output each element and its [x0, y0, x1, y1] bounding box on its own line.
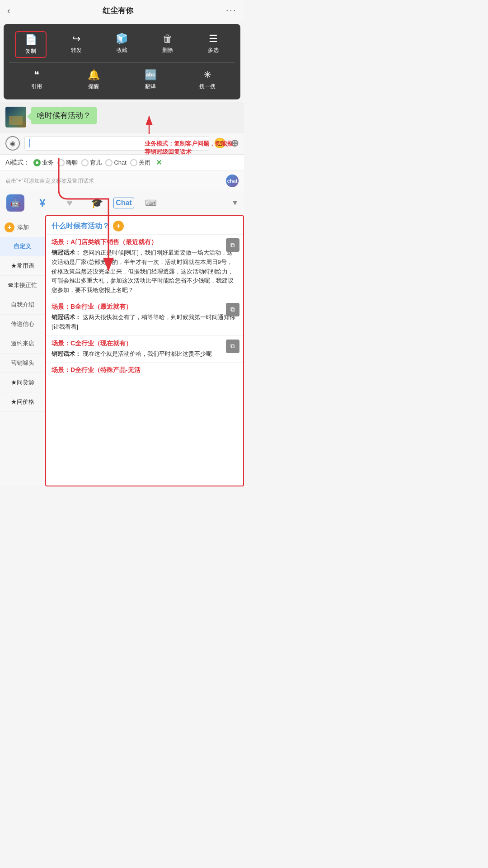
- page-title: 红尘有你: [103, 5, 133, 16]
- radio-parenting-circle: [81, 159, 89, 166]
- question-header: 什么时候有活动？ +: [46, 216, 243, 235]
- sidebar-item-intro[interactable]: 自我介绍: [0, 295, 45, 315]
- scenario-block-b: 场景：B全行业（最近就有） ⧉ 销冠话术： 这两天很快就会有了，稍等等哈，到时候…: [46, 299, 243, 336]
- context-menu-forward[interactable]: ↪ 转发: [61, 31, 92, 58]
- more-button[interactable]: ···: [226, 5, 237, 16]
- add-button[interactable]: ⊕: [230, 137, 239, 149]
- forward-icon: ↪: [72, 33, 80, 45]
- context-menu-search[interactable]: ✳ 搜一搜: [192, 67, 223, 92]
- context-menu-translate[interactable]: 🔤 翻译: [135, 67, 166, 92]
- radio-parenting[interactable]: 育儿: [81, 159, 102, 167]
- multiselect-label: 多选: [208, 47, 219, 54]
- translate-icon: 🔤: [145, 69, 157, 81]
- radio-chat2[interactable]: 嗨聊: [57, 159, 78, 167]
- scenario-c-copy-button[interactable]: ⧉: [226, 340, 239, 353]
- gradcap-toolbar-button[interactable]: 🎓: [87, 194, 107, 212]
- sidebar-item-busy[interactable]: ☎未接正忙: [0, 276, 45, 295]
- chat-bubble: 啥时候有活动？: [31, 107, 97, 124]
- multiselect-icon: ☰: [209, 33, 218, 45]
- radio-business[interactable]: 业务: [33, 159, 54, 167]
- sidebar-item-custom[interactable]: 自定义: [0, 237, 45, 256]
- radio-chat-circle: [105, 159, 113, 166]
- scenario-a-copy-button[interactable]: ⧉: [226, 238, 239, 252]
- scenario-b-title: 场景：B全行业（最近就有）: [52, 303, 238, 311]
- scenario-block-c: 场景：C全行业（现在就有） ⧉ 销冠话术： 现在这个就是活动价哈，我们平时都比这…: [46, 336, 243, 363]
- scenario-b-label: 销冠话术：: [52, 314, 81, 321]
- heart-icon: ♥: [66, 197, 72, 209]
- input-bar: ◉ 😊 ⊕: [0, 132, 244, 155]
- sidebar-item-price[interactable]: ★问价格: [0, 392, 45, 412]
- context-menu-row2: ❝ 引用 🔔 提醒 🔤 翻译 ✳ 搜一搜: [4, 65, 240, 95]
- scenario-b-copy-button[interactable]: ⧉: [226, 303, 239, 316]
- toolbar-row: 🤖 ¥ ♥ 🎓 Chat ⌨ ▼: [0, 191, 244, 215]
- forward-label: 转发: [71, 47, 82, 54]
- radio-chat[interactable]: Chat: [105, 159, 126, 166]
- sidebar-item-invite[interactable]: 邀约来店: [0, 334, 45, 354]
- scenario-block-d: 场景：D全行业（特殊产品-无活: [46, 363, 243, 380]
- radio-parenting-label: 育儿: [90, 159, 102, 167]
- context-menu-copy[interactable]: 📄 复制: [15, 31, 47, 58]
- chat-area: 啥时候有活动？ 业务模式：复制客户问题，智能推荐销冠级回复话术: [0, 102, 244, 132]
- add-question-button[interactable]: +: [113, 221, 124, 231]
- dropdown-toolbar-button[interactable]: ▼: [219, 194, 239, 212]
- radio-business-circle: [33, 159, 41, 166]
- chat-badge[interactable]: chat: [226, 175, 239, 187]
- scenario-d-title: 场景：D全行业（特殊产品-无活: [52, 366, 238, 374]
- keyboard-icon: ⌨: [145, 198, 157, 208]
- back-button[interactable]: ‹: [7, 5, 10, 16]
- copy-label: 复制: [25, 47, 36, 55]
- scenario-c-text: 现在这个就是活动价哈，我们平时都比这贵不少呢: [83, 350, 212, 357]
- context-menu-delete[interactable]: 🗑 删除: [152, 31, 183, 58]
- ai-mode-close[interactable]: ✕: [156, 158, 162, 167]
- radio-chat-label: Chat: [114, 159, 126, 166]
- context-menu-quote[interactable]: ❝ 引用: [21, 67, 52, 92]
- sidebar-item-marketing[interactable]: 营销噱头: [0, 354, 45, 373]
- scenario-block-a: 场景：A门店类线下销售（最近就有） ⧉ 销冠话术： 您问的正是时候[咧牙]，我们…: [46, 235, 243, 299]
- context-menu: 📄 复制 ↪ 转发 🧊 收藏 🗑 删除 ☰ 多选 ❝ 引用 🔔 提醒: [4, 24, 240, 99]
- context-menu-collect[interactable]: 🧊 收藏: [106, 31, 138, 58]
- chevron-down-icon: ▼: [231, 199, 239, 207]
- scenario-a-title: 场景：A门店类线下销售（最近就有）: [52, 238, 238, 246]
- robot-toolbar-button[interactable]: 🤖: [5, 194, 25, 212]
- translate-label: 翻译: [145, 83, 156, 90]
- remind-icon: 🔔: [88, 69, 100, 81]
- quote-icon: ❝: [34, 69, 39, 81]
- scenario-b-body: 销冠话术： 这两天很快就会有了，稍等等哈，到时候我第一时间通知你[让我看看]: [52, 313, 238, 332]
- collect-icon: 🧊: [116, 33, 128, 45]
- remind-label: 提醒: [88, 83, 99, 90]
- yuan-toolbar-button[interactable]: ¥: [33, 194, 52, 212]
- radio-off-label: 关闭: [139, 159, 150, 167]
- chat-text-toolbar-button[interactable]: Chat: [114, 194, 134, 212]
- collect-label: 收藏: [117, 47, 127, 54]
- sidebar-item-source[interactable]: ★问货源: [0, 373, 45, 392]
- context-menu-remind[interactable]: 🔔 提醒: [78, 67, 109, 92]
- sidebar-item-confidence[interactable]: 传递信心: [0, 315, 45, 334]
- ai-mode-row: Ai模式： 业务 嗨聊 育儿 Chat 关闭 ✕: [0, 155, 244, 171]
- delete-label: 删除: [162, 47, 173, 54]
- chat-text-icon: Chat: [113, 198, 134, 208]
- sidebar-add-label: 添加: [17, 223, 29, 231]
- robot-icon: 🤖: [6, 194, 24, 212]
- heart-toolbar-button[interactable]: ♥: [60, 194, 80, 212]
- voice-button[interactable]: ◉: [5, 136, 20, 151]
- keyboard-toolbar-button[interactable]: ⌨: [141, 194, 161, 212]
- sidebar-add-button[interactable]: + 添加: [0, 218, 45, 237]
- radio-off[interactable]: 关闭: [130, 159, 150, 167]
- sidebar-item-common[interactable]: ★常用语: [0, 256, 45, 276]
- copy-icon: 📄: [25, 34, 37, 46]
- search-one-label: 搜一搜: [199, 83, 216, 90]
- context-menu-row1: 📄 复制 ↪ 转发 🧊 收藏 🗑 删除 ☰ 多选: [4, 28, 240, 61]
- radio-business-label: 业务: [42, 159, 54, 167]
- scenario-c-label: 销冠话术：: [52, 350, 81, 357]
- scenario-c-body: 销冠话术： 现在这个就是活动价哈，我们平时都比这贵不少呢: [52, 349, 238, 359]
- scenario-a-label: 销冠话术：: [52, 249, 81, 256]
- emoji-button[interactable]: 😊: [214, 137, 226, 149]
- search-one-icon: ✳: [203, 69, 211, 81]
- scenario-c-title: 场景：C全行业（现在就有）: [52, 340, 238, 348]
- quote-label: 引用: [31, 83, 42, 90]
- top-nav: ‹ 红尘有你 ···: [0, 0, 244, 21]
- context-menu-multiselect[interactable]: ☰ 多选: [197, 31, 229, 58]
- graduation-cap-icon: 🎓: [91, 197, 103, 209]
- left-sidebar: + 添加 自定义 ★常用语 ☎未接正忙 自我介绍 传递信心 邀约来店 营销噱头 …: [0, 215, 45, 486]
- chat-input-field[interactable]: [24, 136, 209, 151]
